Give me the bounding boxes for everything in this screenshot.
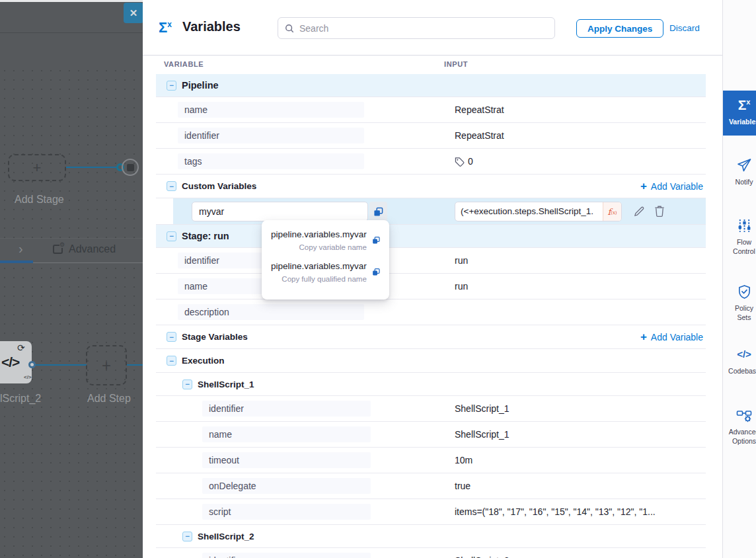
- popover-variable-path: pipeline.variables.myvar: [271, 229, 367, 239]
- popover-item-subtitle: Copy variable name: [271, 243, 367, 251]
- variable-name-cell[interactable]: script: [202, 504, 371, 520]
- variable-name-cell[interactable]: tags: [178, 153, 364, 169]
- stop-icon: [127, 164, 134, 171]
- table-row: tags 0: [156, 149, 706, 175]
- gear-icon: ⚙: [59, 242, 65, 248]
- variable-name-cell[interactable]: description: [178, 304, 364, 320]
- plus-icon: +: [33, 159, 42, 177]
- policy-shield-icon: [737, 284, 752, 299]
- section-row-pipeline[interactable]: − Pipeline: [156, 74, 706, 97]
- canvas-tab-bar: › ⚙ Advanced: [0, 238, 143, 263]
- variables-sigma-icon: Σx: [738, 97, 751, 112]
- add-step-label: Add Step: [87, 393, 131, 405]
- edit-icon[interactable]: [633, 205, 646, 218]
- table-row: identifier ShellScript_2: [156, 548, 706, 558]
- add-stage-label: Add Stage: [15, 194, 64, 206]
- active-tab-indicator: [0, 260, 33, 263]
- add-variable-button[interactable]: +Add Variable: [640, 180, 703, 193]
- close-panel-button[interactable]: ✕: [124, 3, 143, 23]
- table-row: identifier ShellScript_1: [156, 396, 706, 422]
- section-title: Stage: run: [182, 231, 229, 241]
- popover-variable-path: pipeline.variables.myvar: [271, 261, 367, 271]
- variable-name-cell[interactable]: identifier: [202, 553, 371, 558]
- add-step-node[interactable]: +: [86, 345, 127, 385]
- section-row-stage-run[interactable]: − Stage: run: [156, 225, 706, 248]
- variables-panel: Σx Variables Apply Changes Discard VARIA…: [143, 0, 722, 558]
- table-row: name RepeatStrat: [156, 97, 706, 123]
- variable-name-cell[interactable]: name: [202, 426, 371, 442]
- add-variable-button[interactable]: +Add Variable: [640, 331, 703, 344]
- variable-value: RepeatStrat: [455, 104, 504, 115]
- subsection-title: Custom Variables: [182, 181, 256, 191]
- copy-icon[interactable]: [372, 235, 380, 246]
- flow-control-sliders-icon: [737, 218, 752, 233]
- table-row: description: [156, 299, 706, 325]
- search-box[interactable]: [278, 17, 555, 39]
- step-connector-dot: [28, 361, 36, 368]
- subsection-title: ShellScript_2: [198, 532, 254, 541]
- search-input[interactable]: [299, 23, 548, 34]
- collapse-icon[interactable]: −: [167, 231, 176, 241]
- discard-button[interactable]: Discard: [669, 23, 700, 33]
- table-row: name ShellScript_1: [156, 422, 706, 448]
- tags-value: 0: [455, 156, 473, 167]
- advanced-options-icon: [736, 407, 752, 423]
- nav-item-advanced-options[interactable]: Advanced Options: [723, 407, 756, 446]
- collapse-icon[interactable]: −: [182, 532, 192, 541]
- variable-value: run: [455, 281, 468, 292]
- nav-item-notify[interactable]: Notify: [723, 157, 756, 186]
- nav-item-codebase[interactable]: </> Codebase: [723, 346, 756, 376]
- copy-variable-popover: pipeline.variables.myvar Copy variable n…: [262, 220, 389, 299]
- collapse-icon[interactable]: −: [167, 181, 176, 191]
- tab-advanced[interactable]: Advanced: [69, 243, 116, 255]
- toolbar-band: [0, 2, 143, 33]
- codebase-code-icon: </>: [737, 348, 751, 360]
- subsection-row-stage-variables[interactable]: − Stage Variables +Add Variable: [156, 325, 706, 349]
- variable-name-cell[interactable]: timeout: [202, 452, 371, 468]
- copy-variable-name-item[interactable]: pipeline.variables.myvar Copy variable n…: [271, 229, 380, 251]
- collapse-icon[interactable]: −: [182, 379, 192, 389]
- canvas-dot-grid: [0, 264, 143, 558]
- subsection-title: ShellScript_1: [198, 379, 254, 389]
- variable-name-input[interactable]: myvar: [192, 202, 368, 221]
- table-row: onDelegate true: [156, 473, 706, 499]
- variable-name-cell[interactable]: name: [178, 102, 364, 118]
- variable-value-input[interactable]: (<+execution.steps.ShellScript_1. f(x): [455, 202, 622, 221]
- subsection-row-shellscript2[interactable]: − ShellScript_2: [156, 525, 706, 548]
- screen: + Add Stage › ⚙ Advanced ⟳ </> </> + lSc…: [0, 0, 756, 558]
- nav-item-variables[interactable]: Σx Variables: [723, 91, 756, 136]
- variable-name-cell[interactable]: identifier: [178, 128, 364, 143]
- step-node-shellscript2[interactable]: ⟳ </> </>: [0, 341, 32, 383]
- plus-icon: +: [102, 356, 111, 375]
- plus-icon: +: [640, 180, 647, 193]
- custom-variable-row: myvar (<+execution.steps.ShellScript_1. …: [156, 198, 706, 225]
- subsection-row-execution[interactable]: − Execution: [156, 349, 706, 373]
- variable-name-cell[interactable]: identifier: [202, 401, 371, 417]
- copy-icon[interactable]: [372, 266, 380, 278]
- shell-script-icon: </>: [1, 354, 19, 370]
- variable-value: run: [455, 255, 468, 266]
- collapse-icon[interactable]: −: [167, 356, 176, 366]
- variable-value: items=("18", "17", "16", "15", "14", "13…: [455, 506, 656, 517]
- variable-name-cell[interactable]: onDelegate: [202, 478, 371, 494]
- column-variable: VARIABLE: [164, 60, 204, 68]
- variable-value: ShellScript_1: [455, 403, 510, 414]
- subsection-row-custom-variables[interactable]: − Custom Variables +Add Variable: [156, 175, 706, 198]
- copy-variable-button[interactable]: [369, 202, 387, 221]
- chevron-right-icon[interactable]: ›: [19, 241, 23, 257]
- delete-icon[interactable]: [654, 205, 665, 218]
- add-stage-node[interactable]: +: [8, 154, 66, 181]
- table-row: timeout 10m: [156, 448, 706, 473]
- nav-item-policy-sets[interactable]: Policy Sets: [723, 284, 756, 322]
- column-input: INPUT: [444, 60, 468, 68]
- variable-value: 10m: [455, 455, 472, 465]
- popover-item-subtitle: Copy fully qualified name: [271, 275, 367, 283]
- collapse-icon[interactable]: −: [167, 81, 176, 91]
- copy-fully-qualified-item[interactable]: pipeline.variables.myvar Copy fully qual…: [271, 261, 380, 283]
- expression-fx-badge[interactable]: f(x): [603, 202, 621, 221]
- subsection-row-shellscript1[interactable]: − ShellScript_1: [156, 373, 706, 396]
- apply-changes-button[interactable]: Apply Changes: [576, 19, 663, 38]
- table-row: name run: [156, 274, 706, 299]
- nav-item-flow-control[interactable]: Flow Control: [723, 218, 756, 256]
- collapse-icon[interactable]: −: [167, 332, 176, 342]
